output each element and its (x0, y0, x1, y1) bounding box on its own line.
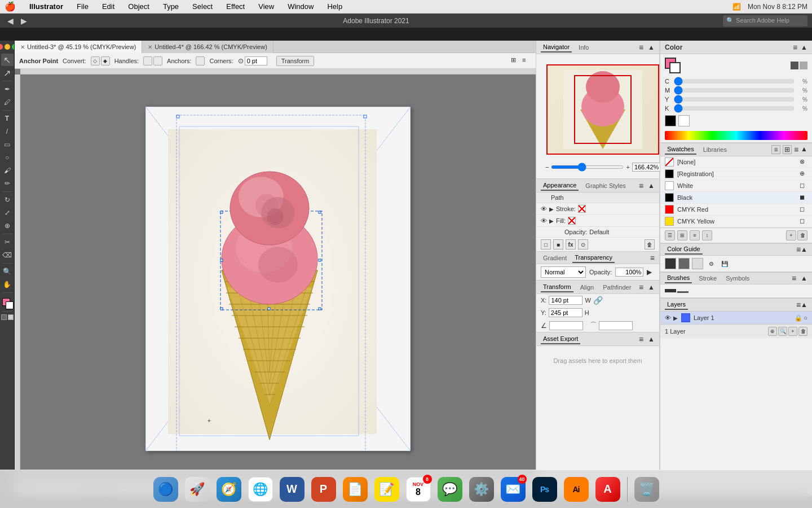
fill-color-box[interactable] (568, 217, 576, 225)
dock-messages[interactable]: 💬 (435, 475, 465, 504)
brushes-collapse[interactable]: ▲ (801, 274, 807, 282)
color-toggle-2[interactable] (800, 62, 807, 69)
minimize-btn[interactable] (5, 44, 10, 50)
layers-menu[interactable]: ≡ (796, 300, 801, 309)
white-icon[interactable]: ◻ (800, 182, 807, 190)
dock-photoshop[interactable]: Ps (530, 475, 559, 504)
tab-graphic-styles[interactable]: Graphic Styles (583, 181, 628, 190)
k-slider[interactable] (674, 106, 794, 111)
brushes-menu[interactable]: ≡ (792, 274, 796, 283)
appearance-collapse[interactable]: ▲ (648, 182, 655, 190)
width-tool[interactable]: ⊕ (1, 220, 14, 232)
color-guide-edit[interactable]: ⚙ (705, 258, 717, 269)
dock-calendar[interactable]: NOV 8 8 (404, 475, 433, 504)
corners-input[interactable] (245, 56, 267, 65)
close-btn[interactable] (0, 44, 3, 50)
dock-chrome[interactable]: 🌐 (246, 475, 275, 504)
dock-powerpoint[interactable]: P (309, 475, 338, 504)
tab-2[interactable]: ✕ Untitled-4* @ 166.42 % (CMYK/Preview) (142, 41, 273, 53)
black-swatch[interactable] (665, 115, 676, 126)
layer-target-icon[interactable]: ○ (804, 314, 807, 322)
dock-notes[interactable]: 📝 (372, 475, 401, 504)
dock-word[interactable]: W (277, 475, 307, 504)
swatches-collapse[interactable]: ▲ (801, 145, 807, 154)
screen-mode-btn[interactable] (8, 314, 14, 320)
appearance-delete-icon[interactable]: 🗑 (645, 239, 655, 249)
swatch-add-icon[interactable]: + (786, 230, 796, 240)
menu-effect[interactable]: Effect (224, 2, 247, 11)
appearance-stroke-row[interactable]: 👁 ▶ Stroke: (536, 203, 659, 215)
tab-symbols[interactable]: Symbols (723, 274, 752, 283)
chain-icon[interactable]: 🔗 (593, 296, 603, 305)
appearance-fill-row[interactable]: 👁 ▶ Fill: (536, 215, 659, 227)
anchors-btn[interactable] (196, 56, 205, 65)
menu-window[interactable]: Window (285, 2, 316, 11)
fill-stroke-color-indicator[interactable] (665, 58, 681, 73)
ctx-icon-1[interactable]: ⊞ (511, 56, 520, 65)
swatch-sort-icon[interactable]: ↕ (702, 230, 712, 240)
dock-illustrator[interactable]: Ai (562, 475, 591, 504)
tab-layers[interactable]: Layers (665, 300, 688, 310)
color-guide-save[interactable]: 💾 (719, 258, 730, 269)
menu-select[interactable]: Select (190, 2, 215, 11)
pen-tool[interactable]: ✒ (1, 83, 14, 95)
brush-1[interactable] (665, 289, 676, 292)
menu-edit[interactable]: Edit (100, 2, 117, 11)
curvature-tool[interactable]: 🖊 (1, 96, 14, 108)
fill-stroke-indicator[interactable] (1, 297, 14, 309)
layer-lock-icon[interactable]: 🔒 (795, 314, 802, 322)
menu-type[interactable]: Type (161, 2, 181, 11)
swatch-list-icon[interactable]: ≡ (690, 230, 700, 240)
appearance-fx-icon[interactable]: fx (566, 239, 576, 249)
eraser-tool[interactable]: ⌫ (1, 249, 14, 261)
swatch-cmyk-red[interactable]: CMYK Red ◻ (660, 204, 812, 216)
layer-1-row[interactable]: 👁 ▶ Layer 1 🔒 ○ (660, 312, 812, 324)
tab-brushes[interactable]: Brushes (665, 273, 692, 283)
tab-align[interactable]: Align (578, 283, 596, 292)
angle-input[interactable] (549, 321, 583, 330)
direct-selection-tool[interactable]: ↗ (1, 67, 14, 79)
selection-tool[interactable]: ↖ (1, 54, 14, 66)
swatch-white[interactable]: White ◻ (660, 180, 812, 192)
hand-tool[interactable]: ✋ (1, 278, 14, 291)
zoom-tool[interactable]: 🔍 (1, 265, 14, 278)
layers-delete-icon[interactable]: 🗑 (798, 327, 807, 336)
color-guide-menu[interactable]: ≡ (796, 245, 801, 254)
swatch-view-icon[interactable]: ⊞ (677, 230, 687, 240)
tab-color-guide[interactable]: Color Guide (665, 244, 703, 255)
dock-launchpad[interactable]: 🚀 (183, 475, 212, 504)
shear-input[interactable] (599, 321, 633, 330)
tab-pathfinder[interactable]: Pathfinder (601, 283, 633, 292)
toolbar-search[interactable]: 🔍 Search Adobe Help (723, 15, 807, 27)
tab-1[interactable]: ✕ Untitled-3* @ 45.19 % (CMYK/Preview) (15, 41, 142, 53)
scale-tool[interactable]: ⤢ (1, 207, 14, 219)
menu-object[interactable]: Object (126, 2, 152, 11)
tab-asset-export[interactable]: Asset Export (541, 334, 580, 344)
tab-gradient[interactable]: Gradient (541, 253, 569, 262)
dock-mail[interactable]: ✉️ 40 (498, 475, 528, 504)
m-slider[interactable] (674, 88, 794, 93)
white-swatch[interactable] (678, 115, 690, 126)
color-guide-shade-1[interactable] (678, 258, 690, 269)
tab-stroke[interactable]: Stroke (696, 274, 719, 283)
registration-icon[interactable]: ⊕ (800, 170, 807, 178)
rect-tool[interactable]: ▭ (1, 138, 14, 151)
c-slider[interactable] (674, 79, 794, 84)
color-guide-collapse[interactable]: ▲ (801, 246, 807, 253)
y-slider[interactable] (674, 97, 794, 102)
swatches-view-grid[interactable]: ⊞ (783, 145, 792, 154)
transform-collapse[interactable]: ▲ (648, 283, 655, 291)
appearance-fill-icon[interactable]: ■ (553, 239, 563, 249)
asset-export-menu[interactable]: ≡ (639, 335, 643, 344)
opacity-expand[interactable]: ▶ (647, 268, 652, 276)
menu-help[interactable]: Help (325, 2, 345, 11)
layer-visibility-icon[interactable]: 👁 (665, 314, 671, 321)
transform-btn[interactable]: Transform (276, 56, 315, 66)
layers-collapse[interactable]: ▲ (801, 301, 807, 309)
tab-libraries[interactable]: Libraries (701, 145, 729, 154)
swatches-view-list[interactable]: ≡ (771, 145, 780, 154)
swatch-none[interactable]: [None] ⊗ (660, 156, 812, 168)
zoom-plus[interactable]: + (626, 164, 629, 170)
tab-appearance[interactable]: Appearance (541, 181, 579, 191)
layers-make-comp[interactable]: ⊕ (768, 327, 777, 336)
